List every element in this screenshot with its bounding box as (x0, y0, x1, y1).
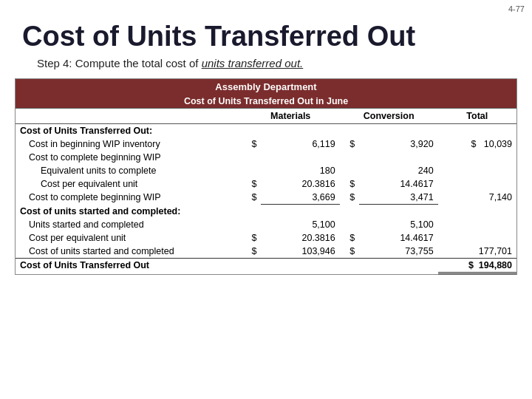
col-header-materials: Materials (242, 109, 340, 124)
row-label: Cost to complete beginning WIP (16, 151, 242, 164)
table-header-2: Cost of Units Transferred Out in June (16, 95, 516, 109)
row-label: Cost of units started and completed (16, 245, 242, 259)
table-row: Equivalent units to complete 180 240 (16, 164, 516, 177)
row-label: Cost per equivalent unit (16, 231, 242, 245)
slide-number: 4-77 (508, 4, 525, 13)
row-label: Cost per equivalent unit (16, 177, 242, 191)
row-label: Cost of Units Transferred Out: (16, 124, 242, 138)
table-header-row-1: Assembly Department (16, 79, 516, 95)
row-label: Cost in beginning WIP inventory (16, 137, 242, 151)
table-header-row-2: Cost of Units Transferred Out in June (16, 95, 516, 109)
table-row: Cost in beginning WIP inventory $ 6,119 … (16, 137, 516, 151)
table-row-total: Cost of Units Transferred Out $ 194,880 (16, 258, 516, 273)
cost-table: Assembly Department Cost of Units Transf… (15, 78, 517, 275)
col-header-conversion: Conversion (340, 109, 438, 124)
table-row: Units started and completed 5,100 5,100 (16, 218, 516, 231)
table-row: Cost of Units Transferred Out: (16, 124, 516, 138)
column-headers-row: Materials Conversion Total (16, 109, 516, 124)
row-label: Units started and completed (16, 218, 242, 231)
row-label: Cost of units started and completed: (16, 205, 242, 218)
col-header-label (16, 109, 242, 124)
page-title: Cost of Units Transferred Out (22, 21, 510, 52)
row-label: Cost to complete beginning WIP (16, 191, 242, 205)
table-row: Cost per equivalent unit $ 20.3816 $ 14.… (16, 231, 516, 245)
table-row: Cost to complete beginning WIP $ 3,669 $… (16, 191, 516, 205)
table-row: Cost of units started and completed: (16, 205, 516, 218)
row-label: Equivalent units to complete (16, 164, 242, 177)
table-header-1: Assembly Department (16, 79, 516, 95)
col-header-total: Total (438, 109, 516, 124)
subtitle: Step 4: Compute the total cost of units … (37, 57, 510, 69)
table-row: Cost per equivalent unit $ 20.3816 $ 14.… (16, 177, 516, 191)
row-label-total: Cost of Units Transferred Out (16, 258, 242, 273)
table-row: Cost to complete beginning WIP (16, 151, 516, 164)
table-row: Cost of units started and completed $ 10… (16, 245, 516, 259)
